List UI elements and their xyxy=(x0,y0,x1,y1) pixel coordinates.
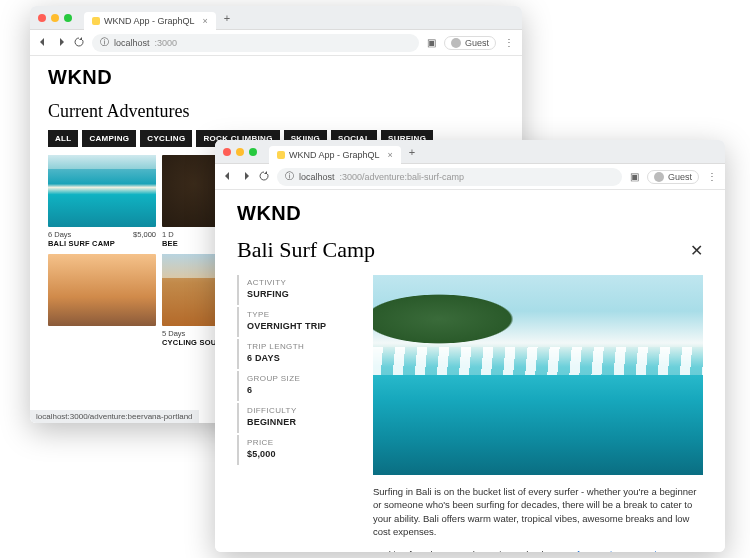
favicon-icon xyxy=(92,17,100,25)
close-window-icon[interactable] xyxy=(223,148,231,156)
url-port: :3000 xyxy=(155,38,178,48)
minimize-window-icon[interactable] xyxy=(236,148,244,156)
meta-label: DIFFICULTY xyxy=(247,406,355,415)
meta-value: 6 DAYS xyxy=(247,353,355,363)
kebab-menu-icon[interactable]: ⋮ xyxy=(504,37,514,48)
meta-value: BEGINNER xyxy=(247,417,355,427)
close-tab-icon[interactable]: × xyxy=(388,150,393,160)
maximize-window-icon[interactable] xyxy=(64,14,72,22)
extensions-icon[interactable]: ▣ xyxy=(630,171,639,182)
tab-strip: WKND App - GraphQL × + xyxy=(30,6,522,30)
description-paragraph: Looking for a low cost alternative? Chec… xyxy=(373,548,703,552)
forward-button[interactable] xyxy=(241,171,251,183)
meta-label: GROUP SIZE xyxy=(247,374,355,383)
meta-item-group-size: GROUP SIZE6 xyxy=(237,371,355,401)
tab-title: WKND App - GraphQL xyxy=(104,16,195,26)
card-thumbnail xyxy=(48,155,156,227)
url-input[interactable]: ⓘ localhost:3000/adventure:bali-surf-cam… xyxy=(277,168,622,186)
site-logo[interactable]: WKND xyxy=(48,66,504,89)
meta-value: 6 xyxy=(247,385,355,395)
close-window-icon[interactable] xyxy=(38,14,46,22)
close-tab-icon[interactable]: × xyxy=(203,16,208,26)
status-bar: localhost:3000/adventure:beervana-portla… xyxy=(30,410,199,423)
back-button[interactable] xyxy=(38,37,48,49)
info-icon: ⓘ xyxy=(285,170,294,183)
guest-avatar-icon xyxy=(654,172,664,182)
meta-item-type: TYPEOVERNIGHT TRIP xyxy=(237,307,355,337)
card-duration: 5 Days xyxy=(162,329,185,338)
maximize-window-icon[interactable] xyxy=(249,148,257,156)
hero-image xyxy=(373,275,703,475)
meta-value: OVERNIGHT TRIP xyxy=(247,321,355,331)
meta-value: $5,000 xyxy=(247,449,355,459)
url-path: :3000/adventure:bali-surf-camp xyxy=(340,172,465,182)
filter-all[interactable]: ALL xyxy=(48,130,78,147)
address-bar: ⓘ localhost:3000/adventure:bali-surf-cam… xyxy=(215,164,725,190)
window-controls xyxy=(223,148,257,156)
extensions-icon[interactable]: ▣ xyxy=(427,37,436,48)
card-duration: 6 Days xyxy=(48,230,71,239)
meta-item-price: PRICE$5,000 xyxy=(237,435,355,465)
url-host: localhost xyxy=(114,38,150,48)
url-host: localhost xyxy=(299,172,335,182)
adventure-card[interactable] xyxy=(48,254,156,347)
filter-cycling[interactable]: CYCLING xyxy=(140,130,192,147)
forward-button[interactable] xyxy=(56,37,66,49)
profile-button[interactable]: Guest xyxy=(444,36,496,50)
meta-value: SURFING xyxy=(247,289,355,299)
filter-camping[interactable]: CAMPING xyxy=(82,130,136,147)
reload-button[interactable] xyxy=(259,171,269,183)
tab-title: WKND App - GraphQL xyxy=(289,150,380,160)
tab-strip: WKND App - GraphQL × + xyxy=(215,140,725,164)
meta-item-activity: ACTIVITYSURFING xyxy=(237,275,355,305)
new-tab-button[interactable]: + xyxy=(409,146,415,158)
guest-label: Guest xyxy=(668,172,692,182)
meta-item-difficulty: DIFFICULTYBEGINNER xyxy=(237,403,355,433)
meta-label: TRIP LENGTH xyxy=(247,342,355,351)
site-logo[interactable]: WKND xyxy=(237,202,703,225)
browser-tab[interactable]: WKND App - GraphQL × xyxy=(84,12,216,30)
browser-window-detail: WKND App - GraphQL × + ⓘ localhost:3000/… xyxy=(215,140,725,552)
browser-tab[interactable]: WKND App - GraphQL × xyxy=(269,146,401,164)
kebab-menu-icon[interactable]: ⋮ xyxy=(707,171,717,182)
reload-button[interactable] xyxy=(74,37,84,49)
card-price: $5,000 xyxy=(133,230,156,239)
back-button[interactable] xyxy=(223,171,233,183)
new-tab-button[interactable]: + xyxy=(224,12,230,24)
url-input[interactable]: ⓘ localhost:3000 xyxy=(92,34,419,52)
meta-item-trip-length: TRIP LENGTH6 DAYS xyxy=(237,339,355,369)
info-icon: ⓘ xyxy=(100,36,109,49)
meta-label: TYPE xyxy=(247,310,355,319)
page-content: WKND Bali Surf Camp ✕ ACTIVITYSURFINGTYP… xyxy=(215,190,725,552)
guest-label: Guest xyxy=(465,38,489,48)
meta-sidebar: ACTIVITYSURFINGTYPEOVERNIGHT TRIPTRIP LE… xyxy=(237,275,355,552)
description-paragraph: Surfing in Bali is on the bucket list of… xyxy=(373,485,703,538)
adventure-card[interactable]: 6 Days$5,000BALI SURF CAMP xyxy=(48,155,156,248)
profile-button[interactable]: Guest xyxy=(647,170,699,184)
card-duration: 1 D xyxy=(162,230,174,239)
card-title: BALI SURF CAMP xyxy=(48,239,156,248)
guest-avatar-icon xyxy=(451,38,461,48)
meta-label: PRICE xyxy=(247,438,355,447)
address-bar: ⓘ localhost:3000 ▣ Guest ⋮ xyxy=(30,30,522,56)
card-meta-row: 6 Days$5,000 xyxy=(48,230,156,239)
favicon-icon xyxy=(277,151,285,159)
hero-column: Surfing in Bali is on the bucket list of… xyxy=(373,275,703,552)
page-title: Bali Surf Camp xyxy=(237,237,375,263)
close-detail-button[interactable]: ✕ xyxy=(690,241,703,260)
card-thumbnail xyxy=(48,254,156,326)
related-link[interactable]: Surf Camp in Costa Rica: 3400 xyxy=(562,549,693,552)
meta-label: ACTIVITY xyxy=(247,278,355,287)
minimize-window-icon[interactable] xyxy=(51,14,59,22)
section-title: Current Adventures xyxy=(48,101,504,122)
description-prefix: Looking for a low cost alternative? Chec… xyxy=(373,549,562,552)
window-controls xyxy=(38,14,72,22)
